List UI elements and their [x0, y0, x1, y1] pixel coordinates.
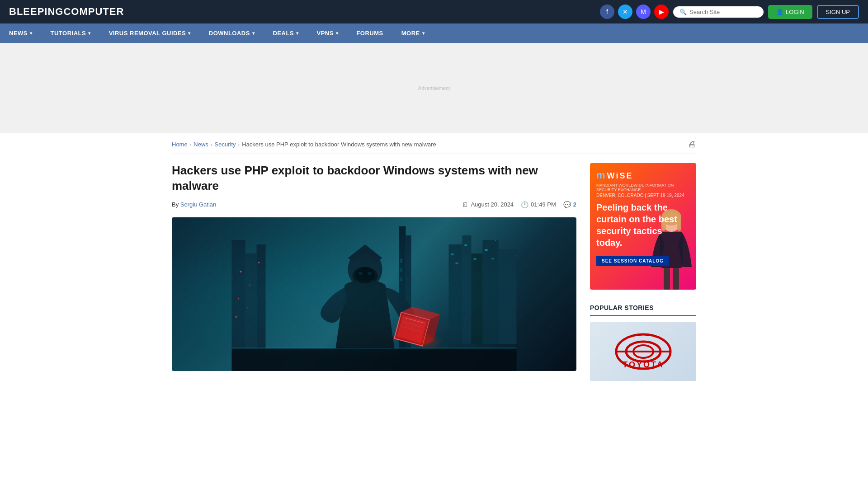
clock-icon: 🕐	[521, 201, 528, 208]
breadcrumb-sep-2: ›	[211, 142, 212, 147]
twitter-icon[interactable]: ✕	[618, 5, 632, 19]
comment-icon: 💬	[563, 201, 571, 208]
sidebar-ad[interactable]: mWiSE MANDIANT WORLDWIDE INFORMATION SEC…	[590, 163, 696, 290]
content-layout: Hackers use PHP exploit to backdoor Wind…	[172, 163, 696, 381]
nav-vpns[interactable]: VPNS ▾	[308, 23, 348, 43]
breadcrumb-current: Hackers use PHP exploit to backdoor Wind…	[242, 141, 436, 148]
header-right: f ✕ M ▶ 🔍 👤 LOGIN SIGN UP	[600, 5, 859, 19]
author-link[interactable]: Sergiu Gatlan	[180, 201, 217, 208]
facebook-icon[interactable]: f	[600, 5, 614, 19]
mastodon-icon[interactable]: M	[636, 5, 651, 19]
svg-text:TOYOTA: TOYOTA	[623, 360, 664, 369]
ad-cta-button[interactable]: SEE SESSION CATALOG	[596, 256, 669, 266]
breadcrumb-home[interactable]: Home	[172, 141, 188, 148]
nav-news[interactable]: NEWS ▾	[0, 23, 42, 43]
breadcrumb: Home › News › Security › Hackers use PHP…	[172, 141, 436, 148]
article-date: 🗓 August 20, 2024	[462, 201, 514, 208]
nav-virus-arrow: ▾	[188, 31, 191, 36]
ad-logo: mWiSE	[596, 169, 690, 181]
logo-suffix: COMPUTER	[63, 6, 124, 17]
article-comments[interactable]: 💬 2	[563, 201, 576, 208]
search-input[interactable]	[689, 9, 757, 15]
search-bar[interactable]: 🔍	[673, 6, 764, 18]
breadcrumb-news[interactable]: News	[193, 141, 208, 148]
breadcrumb-bar: Home › News › Security › Hackers use PHP…	[172, 133, 696, 154]
nav-deals[interactable]: DEALS ▾	[264, 23, 307, 43]
site-logo[interactable]: BLEEPINGCOMPUTER	[9, 6, 124, 18]
nav-tutorials-arrow: ▾	[88, 31, 91, 36]
ad-tagline: Peeling back the curtain on the best sec…	[596, 202, 690, 249]
nav-tutorials[interactable]: TUTORIALS ▾	[42, 23, 100, 43]
article-title: Hackers use PHP exploit to backdoor Wind…	[172, 163, 576, 194]
nav-more-arrow: ▾	[422, 31, 425, 36]
social-icons: f ✕ M ▶	[600, 5, 669, 19]
calendar-icon: 🗓	[462, 201, 468, 208]
site-header: BLEEPINGCOMPUTER f ✕ M ▶ 🔍 👤 LOGIN SIGN …	[0, 0, 868, 23]
print-icon[interactable]: 🖨	[688, 140, 696, 149]
popular-stories-title: POPULAR STORIES	[590, 300, 696, 316]
breadcrumb-sep-3: ›	[238, 142, 240, 147]
meta-right: 🗓 August 20, 2024 🕐 01:49 PM 💬 2	[462, 201, 576, 208]
ad-content: mWiSE MANDIANT WORLDWIDE INFORMATION SEC…	[590, 163, 696, 272]
article-meta: By Sergiu Gatlan 🗓 August 20, 2024 🕐 01:…	[172, 201, 576, 208]
popular-stories: POPULAR STORIES TOYOTA	[590, 300, 696, 381]
breadcrumb-security[interactable]: Security	[215, 141, 236, 148]
nav-downloads[interactable]: DOWNLOADS ▾	[200, 23, 264, 43]
nav-news-arrow: ▾	[30, 31, 33, 36]
article-author: By Sergiu Gatlan	[172, 201, 216, 208]
logo-prefix: BLEEPING	[9, 6, 63, 17]
ad-logo-m: m	[596, 169, 606, 181]
main-container: Home › News › Security › Hackers use PHP…	[163, 133, 705, 381]
popular-story-toyota[interactable]: TOYOTA	[590, 322, 696, 381]
hacker-scene: 8 0 0	[172, 217, 576, 371]
nav-forums[interactable]: FORUMS	[347, 23, 392, 43]
nav-downloads-arrow: ▾	[252, 31, 255, 36]
article-image-placeholder: 8 0 0	[172, 217, 576, 371]
sidebar: mWiSE MANDIANT WORLDWIDE INFORMATION SEC…	[590, 163, 696, 381]
ad-company: MANDIANT WORLDWIDE INFORMATION SECURITY …	[596, 183, 690, 192]
ad-event-info: DENVER, COLORADO | SEPT 18-19, 2024	[596, 193, 690, 198]
toyota-logo-container: TOYOTA	[590, 322, 696, 381]
search-icon: 🔍	[679, 9, 687, 15]
nav-deals-arrow: ▾	[296, 31, 299, 36]
article-image: 8 0 0	[172, 217, 576, 371]
main-nav: NEWS ▾ TUTORIALS ▾ VIRUS REMOVAL GUIDES …	[0, 23, 868, 43]
ad-logo-wise: WiSE	[607, 171, 633, 181]
breadcrumb-sep-1: ›	[190, 142, 192, 147]
nav-virus-removal[interactable]: VIRUS REMOVAL GUIDES ▾	[100, 23, 200, 43]
youtube-icon[interactable]: ▶	[654, 5, 669, 19]
login-button[interactable]: 👤 LOGIN	[768, 5, 812, 19]
top-ad-banner: Advertisement	[0, 43, 868, 133]
toyota-logo-svg: TOYOTA	[607, 329, 679, 374]
user-icon: 👤	[776, 9, 783, 15]
signup-button[interactable]: SIGN UP	[817, 5, 859, 19]
article-time: 🕐 01:49 PM	[521, 201, 556, 208]
city-lights	[172, 217, 576, 371]
article-main: Hackers use PHP exploit to backdoor Wind…	[172, 163, 576, 381]
nav-vpns-arrow: ▾	[336, 31, 339, 36]
nav-more[interactable]: MORE ▾	[392, 23, 434, 43]
